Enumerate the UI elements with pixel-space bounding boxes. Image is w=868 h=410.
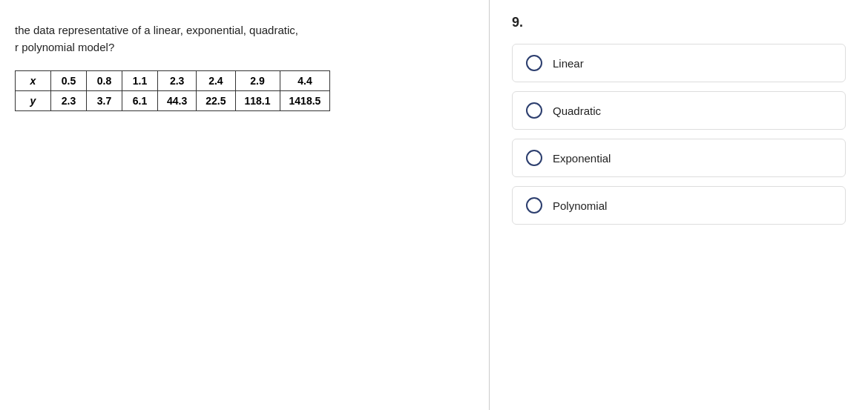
table-data-cell: 2.4 [197,71,235,91]
table-data-cell: 1418.5 [280,91,330,111]
option-label-quadratic: Quadratic [553,105,601,117]
option-label-exponential: Exponential [553,152,611,165]
table-data-cell: 44.3 [158,91,197,111]
option-label-polynomial: Polynomial [553,199,607,212]
table-label-cell: y [16,91,51,111]
table-data-cell: 0.8 [87,71,122,91]
question-number: 9. [512,15,846,30]
radio-exponential [526,150,542,166]
table-data-cell: 0.5 [51,71,87,91]
option-linear[interactable]: Linear [512,44,846,82]
question-text: the data representative of a linear, exp… [15,22,467,56]
question-text-line1: the data representative of a linear, exp… [15,24,298,36]
radio-linear [526,55,542,71]
table-row: y2.33.76.144.322.5118.11418.5 [16,91,330,111]
radio-quadratic [526,102,542,119]
right-panel: 9. LinearQuadraticExponentialPolynomial [490,0,868,410]
table-data-cell: 2.3 [158,71,197,91]
table-data-cell: 1.1 [122,71,158,91]
question-text-line2: r polynomial model? [15,41,114,53]
option-label-linear: Linear [553,57,584,70]
table-data-cell: 118.1 [235,91,280,111]
option-polynomial[interactable]: Polynomial [512,186,846,225]
radio-polynomial [526,197,542,214]
option-exponential[interactable]: Exponential [512,139,846,177]
answer-options: LinearQuadraticExponentialPolynomial [512,44,846,225]
table-data-cell: 2.9 [235,71,280,91]
table-row: x0.50.81.12.32.42.94.4 [16,71,330,91]
left-panel: the data representative of a linear, exp… [0,0,490,410]
table-data-cell: 22.5 [197,91,235,111]
data-table: x0.50.81.12.32.42.94.4y2.33.76.144.322.5… [15,70,330,111]
table-data-cell: 3.7 [87,91,122,111]
option-quadratic[interactable]: Quadratic [512,91,846,130]
table-data-cell: 4.4 [280,71,330,91]
table-data-cell: 2.3 [51,91,87,111]
table-label-cell: x [16,71,51,91]
table-data-cell: 6.1 [122,91,158,111]
